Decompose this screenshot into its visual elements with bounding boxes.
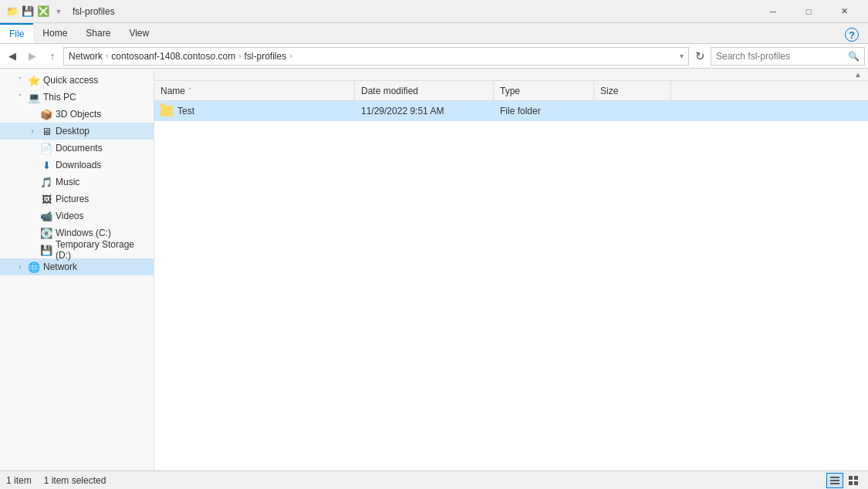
tiles-view-icon [848,475,859,486]
col-header-type[interactable]: Type [494,81,594,100]
sort-indicator: ▲ [854,69,862,80]
title-bar-app-icons: 📁 💾 ❎ ▼ [6,5,65,18]
temp-storage-label: Temporary Storage (D:) [56,239,147,261]
folder-icon [160,106,173,116]
window-controls: ─ □ ✕ [755,0,862,23]
path-arrow-1: › [106,52,108,60]
file-name: Test [177,106,194,116]
col-header-name[interactable]: Name ˅ [154,81,355,100]
tab-home[interactable]: Home [33,23,76,43]
svg-rect-0 [830,477,839,478]
file-type: File folder [500,106,541,116]
search-input[interactable] [716,51,845,62]
windows-c-label: Windows (C:) [56,228,111,238]
pictures-label: Pictures [56,194,89,204]
svg-rect-2 [830,483,839,484]
sidebar-item-documents[interactable]: › 📄 Documents [0,140,154,157]
sidebar-item-network[interactable]: › 🌐 Network [0,258,154,275]
documents-label: Documents [56,143,103,153]
path-segment-server: contosoanf-1408.contoso.com [111,51,235,62]
svg-rect-4 [854,476,858,480]
network-arrow: › [15,262,25,271]
selected-count: 1 item selected [44,475,106,486]
col-type-label: Type [500,86,520,96]
quick-access-icon: ⭐ [28,74,40,86]
back-button[interactable]: ◀ [3,47,22,66]
minimize-button[interactable]: ─ [755,0,791,23]
sidebar-item-3d-objects[interactable]: › 📦 3D Objects [0,106,154,123]
temp-storage-icon: 💾 [40,244,52,256]
col-name-label: Name [160,86,185,96]
quick-access-label: Quick access [43,75,98,86]
status-bar: 1 item 1 item selected [0,470,868,489]
path-arrow-2: › [238,52,241,60]
sidebar-item-desktop[interactable]: › 🖥 Desktop [0,123,154,140]
windows-c-icon: 💽 [40,227,52,239]
maximize-button[interactable]: □ [791,0,826,23]
close-button[interactable]: ✕ [826,0,862,23]
app-icon-1: 📁 [6,5,19,18]
sidebar-item-downloads[interactable]: › ⬇ Downloads [0,157,154,174]
path-segment-network: Network [69,51,103,62]
videos-icon: 📹 [40,210,52,222]
col-header-modified[interactable]: Date modified [355,81,494,100]
music-label: Music [56,177,79,187]
up-button[interactable]: ↑ [43,47,62,66]
dropdown-arrow-title: ▼ [52,5,65,18]
this-pc-arrow: ˅ [15,93,25,102]
help-button[interactable]: ? [845,28,859,42]
ribbon-tabs: File Home Share View ? [0,23,868,43]
search-box[interactable]: 🔍 [711,47,865,66]
refresh-button[interactable]: ↻ [691,47,709,66]
col-modified-label: Date modified [361,86,418,96]
desktop-label: Desktop [56,126,90,137]
column-headers: Name ˅ Date modified Type Size [154,81,868,101]
sidebar-item-pictures[interactable]: › 🖼 Pictures [0,191,154,207]
svg-rect-3 [849,476,853,480]
address-bar: ◀ ▶ ↑ Network › contosoanf-1408.contoso.… [0,44,868,69]
file-area: ▲ Name ˅ Date modified Type Size Test [154,69,868,470]
details-view-button[interactable] [826,473,843,488]
sidebar-item-temp-storage[interactable]: › 💾 Temporary Storage (D:) [0,241,154,258]
file-cell-type: File folder [494,101,594,121]
3d-objects-label: 3D Objects [56,109,101,120]
address-path[interactable]: Network › contosoanf-1408.contoso.com › … [63,47,689,66]
svg-rect-1 [830,480,839,481]
view-controls [826,473,862,488]
window-title: fsl-profiles [73,6,751,17]
file-list: Test 11/29/2022 9:51 AM File folder [154,101,868,470]
tab-share[interactable]: Share [76,23,120,43]
title-bar: 📁 💾 ❎ ▼ fsl-profiles ─ □ ✕ [0,0,868,23]
sidebar-item-music[interactable]: › 🎵 Music [0,174,154,191]
network-icon: 🌐 [28,261,40,273]
table-row[interactable]: Test 11/29/2022 9:51 AM File folder [154,101,868,121]
path-segment-folder: fsl-profiles [244,51,286,62]
documents-icon: 📄 [40,142,52,154]
3d-objects-icon: 📦 [40,108,52,120]
address-dropdown-icon[interactable]: ▾ [680,52,684,60]
videos-label: Videos [56,211,83,221]
app-icon-3: ❎ [37,5,49,18]
search-icon[interactable]: 🔍 [848,51,860,62]
tab-file[interactable]: File [0,23,33,43]
sidebar-item-videos[interactable]: › 📹 Videos [0,207,154,224]
path-arrow-3: › [289,52,292,60]
tab-view[interactable]: View [120,23,158,43]
this-pc-label: This PC [43,92,76,103]
svg-rect-5 [849,481,853,485]
network-label: Network [43,261,77,272]
pictures-icon: 🖼 [40,193,52,205]
downloads-label: Downloads [56,160,101,170]
forward-button[interactable]: ▶ [23,47,42,66]
sidebar-item-this-pc[interactable]: ˅ 💻 This PC [0,89,154,106]
file-modified: 11/29/2022 9:51 AM [361,106,444,116]
sidebar-item-quick-access[interactable]: ˅ ⭐ Quick access [0,72,154,89]
details-view-icon [829,475,840,486]
tiles-view-button[interactable] [845,473,862,488]
item-count: 1 item [6,475,32,486]
col-header-size[interactable]: Size [594,81,671,100]
svg-rect-6 [854,481,858,485]
this-pc-icon: 💻 [28,91,40,103]
downloads-icon: ⬇ [40,159,52,171]
file-cell-size [594,101,671,121]
